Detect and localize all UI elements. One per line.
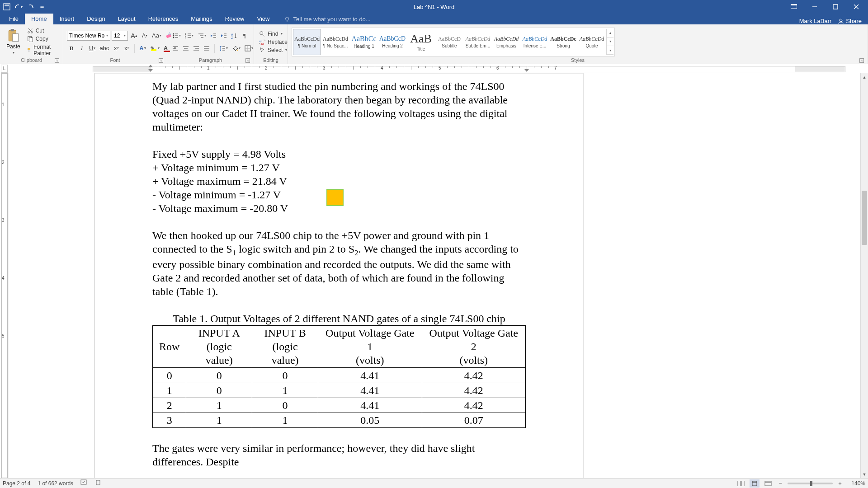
scroll-down-button[interactable]: ▼	[861, 470, 868, 478]
tab-design[interactable]: Design	[80, 14, 111, 24]
styles-launcher[interactable]: ↘	[859, 58, 864, 63]
align-center-button[interactable]	[181, 43, 190, 53]
inc-indent-button[interactable]	[219, 31, 228, 41]
replace-icon: abac	[259, 39, 265, 45]
align-right-button[interactable]	[192, 43, 201, 53]
qat-customize-icon[interactable]: ═	[38, 3, 46, 11]
tab-layout[interactable]: Layout	[112, 14, 142, 24]
grow-font-button[interactable]: A▴	[129, 31, 139, 41]
shrink-font-button[interactable]: A▾	[140, 31, 149, 41]
tab-references[interactable]: References	[142, 14, 184, 24]
italic-button[interactable]: I	[77, 43, 86, 53]
zoom-level[interactable]: 140%	[847, 480, 865, 487]
clipboard-launcher[interactable]: ↘	[55, 58, 59, 63]
underline-button[interactable]: U▾	[88, 43, 97, 53]
style-emphasis[interactable]: AaBbCcDdEmphasis	[492, 29, 520, 55]
line-spacing-button[interactable]: ▾	[218, 43, 229, 53]
horizontal-ruler[interactable]: L 1234567	[0, 64, 868, 73]
tab-review[interactable]: Review	[219, 14, 251, 24]
select-button[interactable]: Select▾	[258, 47, 289, 54]
subscript-button[interactable]: x2	[112, 43, 121, 53]
copy-button[interactable]: Copy	[26, 35, 59, 42]
style---no-spac---[interactable]: AaBbCcDd¶ No Spac...	[321, 29, 349, 55]
zoom-slider[interactable]	[788, 483, 833, 484]
spellcheck-icon[interactable]	[80, 479, 88, 487]
read-mode-button[interactable]	[736, 479, 746, 488]
tab-home[interactable]: Home	[25, 14, 53, 24]
tab-selector[interactable]: L	[1, 65, 8, 73]
window-title: Lab ^N1 - Word	[414, 4, 454, 10]
multilevel-button[interactable]: ▾	[196, 31, 208, 41]
scroll-up-button[interactable]: ▲	[861, 73, 868, 81]
style-heading-1[interactable]: AaBbCcHeading 1	[350, 29, 378, 55]
tab-view[interactable]: View	[250, 14, 276, 24]
bullets-button[interactable]: ▾	[171, 31, 182, 41]
redo-icon[interactable]	[26, 3, 34, 11]
dec-indent-button[interactable]	[209, 31, 218, 41]
style---normal[interactable]: AaBbCcDd¶ Normal	[293, 29, 321, 55]
group-styles: AaBbCcDd¶ NormalAaBbCcDd¶ No Spac...AaBb…	[288, 24, 868, 64]
styles-scroll-btn[interactable]: ▾	[607, 38, 613, 46]
ribbon-display-icon[interactable]	[788, 0, 800, 13]
user-name[interactable]: Mark LaBarr	[799, 18, 832, 24]
strike-button[interactable]: abc	[98, 43, 110, 53]
font-launcher[interactable]: ↘	[159, 58, 163, 63]
svg-rect-72	[737, 481, 741, 486]
style-subtitle[interactable]: AaBbCcDSubtitle	[435, 29, 463, 55]
print-layout-button[interactable]	[750, 479, 760, 488]
scroll-thumb[interactable]	[862, 191, 867, 245]
font-name-combo[interactable]: Times New Ro▾	[67, 31, 110, 41]
highlight-button[interactable]: ▾	[149, 43, 161, 53]
body-text: Fixed +5V supply = 4.98 Volts	[152, 147, 526, 161]
align-left-button[interactable]	[171, 43, 180, 53]
share-button[interactable]: Share	[838, 18, 862, 24]
superscript-button[interactable]: x2	[122, 43, 131, 53]
document-page[interactable]: My lab partner and I first studied the p…	[94, 73, 584, 478]
numbering-button[interactable]: 123▾	[184, 31, 195, 41]
word-count[interactable]: 1 of 662 words	[38, 480, 73, 487]
paste-button[interactable]: Paste ▾	[4, 28, 23, 56]
vertical-ruler[interactable]: 12345	[0, 73, 9, 478]
tab-file[interactable]: File	[3, 14, 25, 24]
paragraph-launcher[interactable]: ↘	[245, 58, 250, 63]
style-subtle-em---[interactable]: AaBbCcDdSubtle Em...	[464, 29, 492, 55]
title-bar: ▾ ═ Lab ^N1 - Word	[0, 0, 868, 14]
undo-icon[interactable]: ▾	[14, 3, 23, 11]
zoom-in-button[interactable]: +	[836, 480, 844, 487]
text-effects-button[interactable]: A▾	[138, 43, 147, 53]
autosave-icon[interactable]	[3, 3, 11, 11]
style-heading-2[interactable]: AaBbCcDHeading 2	[378, 29, 406, 55]
web-layout-button[interactable]	[763, 479, 773, 488]
zoom-out-button[interactable]: −	[777, 480, 784, 487]
styles-scroll-btn[interactable]: ▴	[607, 29, 613, 38]
styles-gallery[interactable]: AaBbCcDd¶ NormalAaBbCcDd¶ No Spac...AaBb…	[292, 28, 615, 56]
find-button[interactable]: Find▾	[258, 30, 289, 38]
bold-button[interactable]: B	[67, 43, 76, 53]
style-quote[interactable]: AaBbCcDdQuote	[578, 29, 606, 55]
format-painter-button[interactable]: Format Painter	[26, 43, 59, 57]
style-strong[interactable]: AaBbCcDcStrong	[549, 29, 577, 55]
justify-button[interactable]	[202, 43, 211, 53]
sort-button[interactable]: AZ	[230, 31, 239, 41]
tab-insert[interactable]: Insert	[53, 14, 81, 24]
macro-icon[interactable]	[95, 479, 101, 487]
tell-me-search[interactable]: Tell me what you want to do...	[280, 14, 374, 24]
style-title[interactable]: AaBTitle	[407, 29, 435, 55]
font-size-combo[interactable]: 12▾	[112, 31, 128, 41]
maximize-button[interactable]	[829, 0, 842, 13]
vertical-scrollbar[interactable]: ▲ ▼	[860, 73, 868, 478]
change-case-button[interactable]: Aa▾	[151, 31, 163, 41]
borders-button[interactable]: ▾	[243, 43, 255, 53]
minimize-button[interactable]	[808, 0, 821, 13]
show-marks-button[interactable]: ¶	[240, 31, 249, 41]
ribbon-tabs: File Home Insert Design Layout Reference…	[0, 14, 868, 24]
style-intense-e---[interactable]: AaBbCcDdIntense E...	[521, 29, 549, 55]
page-indicator[interactable]: Page 2 of 4	[3, 480, 30, 487]
replace-button[interactable]: abacReplace	[258, 38, 289, 46]
close-button[interactable]	[850, 0, 863, 13]
tab-mailings[interactable]: Mailings	[184, 14, 219, 24]
shading-button[interactable]: ▾	[231, 43, 242, 53]
svg-point-26	[173, 35, 175, 36]
styles-scroll-btn[interactable]: ▾	[607, 46, 613, 55]
cut-button[interactable]: Cut	[26, 27, 59, 34]
